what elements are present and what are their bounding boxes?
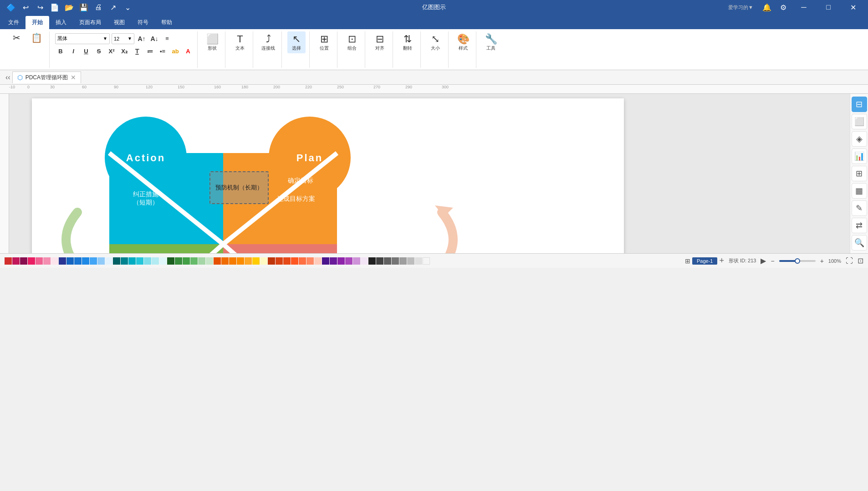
close-tab-button[interactable]: ✕: [71, 74, 76, 81]
color-swatch[interactable]: [159, 257, 167, 265]
font-color-button[interactable]: A: [183, 46, 194, 57]
tab-insert[interactable]: 插入: [49, 16, 73, 29]
position-button[interactable]: ⊞ 位置: [315, 31, 333, 53]
tab-help[interactable]: 帮助: [155, 16, 179, 29]
italic-button[interactable]: I: [68, 46, 79, 57]
strikethrough-button[interactable]: S: [93, 46, 104, 57]
color-swatch[interactable]: [74, 257, 82, 265]
bold-button[interactable]: B: [55, 46, 66, 57]
superscript-button[interactable]: X²: [106, 46, 117, 57]
table-panel-button[interactable]: ▦: [852, 183, 867, 199]
color-swatch[interactable]: [237, 257, 244, 265]
color-swatch[interactable]: [214, 257, 221, 265]
fit-page-button[interactable]: ⊡: [858, 256, 863, 265]
color-swatch[interactable]: [384, 257, 391, 265]
zoom-slider[interactable]: [779, 260, 816, 262]
size-button[interactable]: ⤡ 大小: [426, 31, 444, 53]
color-swatch[interactable]: [260, 257, 267, 265]
minimize-button[interactable]: ─: [793, 0, 814, 15]
align-button[interactable]: ≡: [162, 33, 173, 44]
cut-button[interactable]: ✂: [7, 31, 26, 44]
print-button[interactable]: 🖨: [92, 1, 105, 14]
color-swatch[interactable]: [407, 257, 414, 265]
color-swatch[interactable]: [330, 257, 337, 265]
color-swatch[interactable]: [392, 257, 399, 265]
color-swatch[interactable]: [206, 257, 213, 265]
decrease-font-button[interactable]: A↓: [149, 33, 160, 44]
close-button[interactable]: ✕: [842, 0, 863, 15]
redo-button[interactable]: ↪: [34, 1, 46, 14]
color-swatch[interactable]: [268, 257, 275, 265]
more-button[interactable]: ⌄: [121, 1, 134, 14]
subscript-button[interactable]: X₂: [119, 46, 130, 57]
text-color-button[interactable]: T̲: [132, 46, 143, 57]
color-swatch[interactable]: [229, 257, 236, 265]
color-swatch[interactable]: [144, 257, 151, 265]
color-swatch[interactable]: [43, 257, 51, 265]
color-swatch[interactable]: [113, 257, 120, 265]
underline-button[interactable]: U: [81, 46, 92, 57]
color-swatch[interactable]: [175, 257, 182, 265]
add-page-button[interactable]: +: [719, 256, 724, 266]
color-swatch[interactable]: [167, 257, 174, 265]
zoom-in-button[interactable]: +: [820, 257, 824, 265]
tools-button[interactable]: 🔧 工具: [482, 31, 500, 53]
data-panel-button[interactable]: ⊞: [852, 166, 867, 181]
color-swatch[interactable]: [12, 257, 20, 265]
tab-symbol[interactable]: 符号: [131, 16, 155, 29]
connector-button[interactable]: ⤴ 连接线: [259, 31, 278, 53]
format-panel-button[interactable]: ⊟: [852, 97, 867, 112]
style-button[interactable]: 🎨 样式: [454, 31, 472, 53]
settings-button[interactable]: ⚙: [777, 1, 790, 14]
color-swatch[interactable]: [66, 257, 74, 265]
highlight-button[interactable]: ab: [170, 46, 181, 57]
color-swatch[interactable]: [368, 257, 376, 265]
color-swatch[interactable]: [399, 257, 407, 265]
analytics-panel-button[interactable]: 📊: [852, 148, 867, 164]
page-1-tab[interactable]: Page-1: [692, 257, 717, 265]
tab-layout[interactable]: 页面布局: [73, 16, 107, 29]
share-button[interactable]: ↗: [107, 1, 119, 14]
flip-button[interactable]: ⇅ 翻转: [398, 31, 417, 53]
color-swatch[interactable]: [314, 257, 322, 265]
canvas-area[interactable]: Action Plan Check Do 纠正措施 （短期） 确定目标 达成目标…: [9, 94, 850, 253]
group-button[interactable]: ⊡ 组合: [343, 31, 361, 53]
open-button[interactable]: 📂: [63, 1, 76, 14]
color-swatch[interactable]: [20, 257, 27, 265]
zoom-out-button[interactable]: −: [771, 257, 774, 265]
select-button[interactable]: ↖ 选择: [287, 31, 306, 53]
color-swatch[interactable]: [353, 257, 360, 265]
color-swatch[interactable]: [97, 257, 105, 265]
color-swatch[interactable]: [337, 257, 345, 265]
color-swatch[interactable]: [221, 257, 229, 265]
color-swatch[interactable]: [322, 257, 329, 265]
color-swatch[interactable]: [59, 257, 66, 265]
color-swatch[interactable]: [283, 257, 291, 265]
tab-scroll-left[interactable]: ‹‹: [4, 72, 12, 83]
shapes-panel-button[interactable]: ⬜: [852, 114, 867, 129]
align-distribute-button[interactable]: ⊟ 对齐: [371, 31, 389, 53]
color-swatch[interactable]: [252, 257, 260, 265]
color-swatch[interactable]: [152, 257, 159, 265]
layers-panel-button[interactable]: ◈: [852, 131, 867, 147]
bullets-button[interactable]: •≡: [157, 46, 168, 57]
undo-button[interactable]: ↩: [19, 1, 32, 14]
tab-file[interactable]: 文件: [2, 16, 26, 29]
edit-panel-button[interactable]: ✎: [852, 200, 867, 216]
color-swatch[interactable]: [198, 257, 205, 265]
maximize-button[interactable]: □: [818, 0, 839, 15]
color-swatch[interactable]: [136, 257, 143, 265]
color-swatch[interactable]: [5, 257, 12, 265]
page-layout-button[interactable]: ⊞: [685, 257, 690, 265]
color-swatch[interactable]: [276, 257, 283, 265]
color-swatch[interactable]: [82, 257, 89, 265]
list-button[interactable]: ≔: [144, 46, 155, 57]
color-swatch[interactable]: [28, 257, 35, 265]
color-swatch[interactable]: [306, 257, 314, 265]
paste-button[interactable]: 📋: [27, 31, 46, 44]
save-button[interactable]: 💾: [77, 1, 90, 14]
increase-font-button[interactable]: A↑: [136, 33, 147, 44]
tab-view[interactable]: 视图: [107, 16, 131, 29]
color-swatch[interactable]: [376, 257, 383, 265]
color-swatch[interactable]: [51, 257, 58, 265]
